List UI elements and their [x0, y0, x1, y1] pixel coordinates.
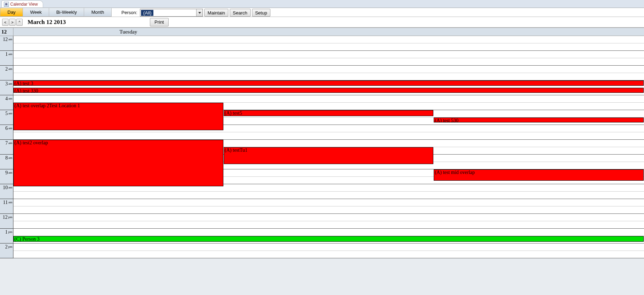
- hour-ampm: am: [8, 82, 12, 85]
- hour-cell: 1am: [0, 51, 13, 66]
- hour-ampm: am: [8, 97, 12, 100]
- prev-icon: <: [4, 20, 6, 24]
- hour-num: 8: [5, 155, 8, 161]
- next-icon: >: [11, 20, 13, 24]
- hour-num: 2: [5, 66, 8, 72]
- calendar-body: 12am1am2am3am4am5am6am7am8am9am10am11am1…: [0, 36, 644, 258]
- person-dropdown-value: (All): [141, 10, 153, 16]
- hour-ampm: pm: [8, 215, 12, 219]
- hour-num: 7: [5, 140, 8, 146]
- hour-ampm: pm: [8, 245, 12, 248]
- time-slot[interactable]: [13, 214, 644, 221]
- hour-gutter: 12am1am2am3am4am5am6am7am8am9am10am11am1…: [0, 36, 13, 258]
- hour-num: 1: [5, 229, 7, 235]
- setup-button[interactable]: Setup: [252, 9, 270, 17]
- print-button[interactable]: Print: [150, 18, 169, 26]
- tab-month-label: Month: [91, 10, 104, 15]
- hour-cell: 1pm: [0, 229, 13, 243]
- hour-cell: 12am: [0, 36, 13, 51]
- day-number: 12: [0, 28, 13, 36]
- calendar-event[interactable]: (A) test 330: [13, 88, 644, 93]
- time-slot[interactable]: [13, 243, 644, 251]
- time-slot[interactable]: [13, 192, 644, 199]
- tab-day[interactable]: Day: [0, 8, 23, 17]
- hour-ampm: pm: [8, 230, 12, 234]
- time-slot[interactable]: [13, 51, 644, 58]
- window-tab-bar: ▦ Calendar View: [0, 0, 644, 8]
- tab-week[interactable]: Week: [23, 8, 49, 17]
- hour-num: 10: [3, 185, 8, 191]
- nav-row: < > ^ March 12 2013 Print: [0, 17, 644, 28]
- hour-num: 3: [5, 81, 8, 87]
- hour-cell: 9am: [0, 169, 13, 184]
- tab-month[interactable]: Month: [84, 8, 111, 17]
- tab-biweekly-label: Bi-Weekly: [56, 10, 77, 15]
- calendar-event[interactable]: (A) test 3: [13, 80, 644, 86]
- hour-num: 12: [3, 37, 8, 42]
- day-name-label: Tuesday: [119, 29, 137, 35]
- time-slot[interactable]: [13, 66, 644, 73]
- date-title: March 12 2013: [28, 19, 66, 26]
- time-slot[interactable]: [13, 36, 644, 43]
- hour-cell: 5am: [0, 110, 13, 125]
- hour-cell: 12pm: [0, 214, 13, 229]
- calendar-event[interactable]: (A) test 530: [434, 118, 644, 122]
- window-tab-calendar-view[interactable]: ▦ Calendar View: [1, 0, 43, 7]
- tab-biweekly[interactable]: Bi-Weekly: [49, 8, 84, 17]
- hour-ampm: am: [8, 37, 12, 41]
- calendar-event[interactable]: (A) testTu1: [224, 147, 434, 164]
- time-slot[interactable]: [13, 221, 644, 229]
- time-slot[interactable]: [13, 58, 644, 66]
- time-slot[interactable]: [13, 73, 644, 80]
- chevron-down-icon[interactable]: [196, 9, 203, 16]
- hour-ampm: am: [8, 67, 12, 71]
- hour-cell: 2pm: [0, 243, 13, 258]
- window-tab-label: Calendar View: [10, 2, 38, 7]
- form-icon: ▦: [4, 2, 9, 7]
- hour-cell: 2am: [0, 66, 13, 80]
- today-icon: ^: [18, 20, 20, 24]
- maintain-button-label: Maintain: [207, 10, 225, 16]
- hour-num: 1: [5, 52, 8, 57]
- calendar-event[interactable]: (A) test2 overlap: [13, 140, 223, 186]
- view-tabs: Day Week Bi-Weekly Month: [0, 8, 112, 17]
- hour-num: 11: [3, 200, 8, 205]
- time-slot[interactable]: [13, 43, 644, 51]
- today-button[interactable]: ^: [16, 19, 23, 26]
- hour-ampm: am: [8, 141, 12, 145]
- hour-ampm: am: [8, 171, 12, 174]
- time-slot[interactable]: [13, 199, 644, 206]
- day-header: 12 Tuesday: [0, 28, 644, 36]
- day-name: Tuesday: [13, 28, 644, 36]
- prev-button[interactable]: <: [2, 19, 8, 26]
- calendar-event[interactable]: (A) test mid overlap: [434, 169, 644, 181]
- tab-week-label: Week: [30, 10, 42, 15]
- calendar-event[interactable]: (C) Person 3: [13, 236, 644, 242]
- time-slot[interactable]: [13, 206, 644, 214]
- search-button[interactable]: Search: [230, 9, 251, 17]
- next-button[interactable]: >: [9, 19, 16, 26]
- hour-cell: 11am: [0, 199, 13, 214]
- hour-num: 2: [5, 244, 7, 250]
- hour-ampm: am: [8, 200, 12, 204]
- search-button-label: Search: [233, 10, 247, 16]
- maintain-button[interactable]: Maintain: [204, 9, 228, 17]
- calendar-event[interactable]: (A) test5: [224, 110, 434, 116]
- hour-cell: 8am: [0, 155, 13, 169]
- time-slot[interactable]: [13, 132, 644, 140]
- calendar-event[interactable]: (A) test overlap 2Test Location 1: [13, 103, 223, 130]
- person-dropdown[interactable]: (All): [140, 9, 203, 17]
- hour-cell: 4am: [0, 95, 13, 110]
- hour-num: 12: [2, 215, 7, 220]
- toolbar: Day Week Bi-Weekly Month Person: (All) M…: [0, 8, 644, 17]
- time-slot[interactable]: [13, 251, 644, 258]
- hour-ampm: am: [8, 126, 12, 130]
- hour-num: 9: [5, 170, 8, 176]
- time-slot[interactable]: [13, 95, 644, 103]
- person-label: Person:: [120, 8, 140, 17]
- time-slot[interactable]: [13, 229, 644, 236]
- hour-ampm: am: [8, 112, 12, 115]
- hour-ampm: am: [8, 186, 12, 189]
- hour-ampm: am: [8, 52, 12, 56]
- hour-cell: 10am: [0, 184, 13, 199]
